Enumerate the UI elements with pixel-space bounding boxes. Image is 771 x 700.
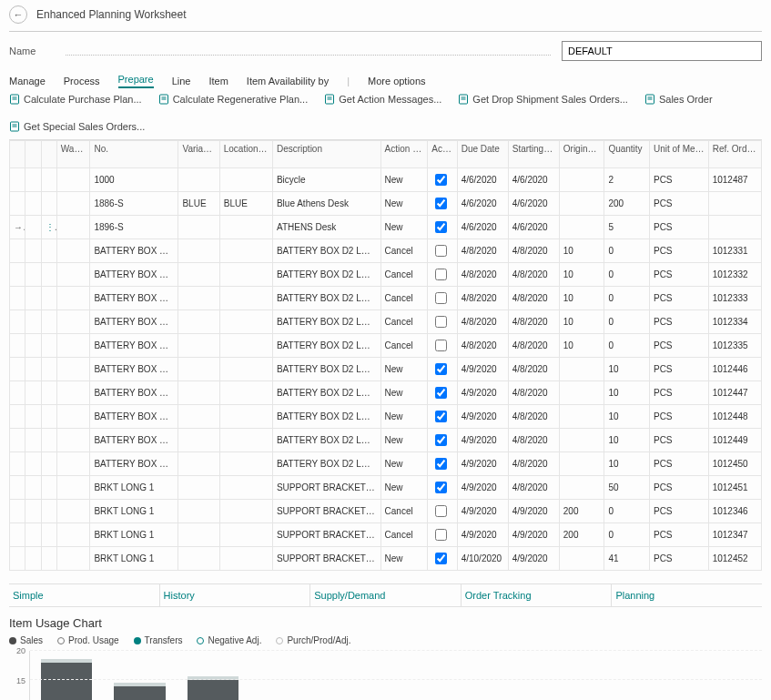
cell[interactable]: PCS (649, 168, 708, 192)
col-header[interactable]: Acc... Acti... Mes... (428, 141, 457, 168)
cell[interactable]: 1012451 (708, 476, 761, 500)
cell[interactable]: 50 (604, 476, 650, 500)
cell[interactable] (178, 358, 219, 381)
cell[interactable] (559, 476, 604, 500)
table-row[interactable]: BRKT LONG 1SUPPORT BRACKET LONGCancel4/9… (10, 500, 762, 523)
cell[interactable]: 4/9/2020 (457, 429, 508, 452)
table-row[interactable]: BRKT LONG 1SUPPORT BRACKET LONGCancel4/9… (10, 523, 762, 547)
cell[interactable]: 4/8/2020 (508, 334, 559, 358)
cell[interactable]: 4/10/2020 (457, 547, 508, 571)
cell[interactable]: New (380, 381, 428, 405)
cell[interactable]: ATHENS Desk (272, 216, 380, 239)
cell[interactable]: 1012346 (708, 500, 761, 523)
cell[interactable]: 1012448 (708, 405, 761, 429)
cell[interactable]: Cancel (380, 334, 428, 358)
accept-action-checkbox[interactable] (428, 500, 457, 523)
cell[interactable] (559, 216, 604, 239)
cell[interactable]: PCS (649, 216, 708, 239)
legend-item[interactable]: Negative Adj. (197, 635, 261, 645)
menu-more-options[interactable]: More options (368, 76, 426, 86)
cell[interactable]: BATTERY BOX D2 LH AL (90, 287, 178, 310)
cell[interactable] (178, 334, 219, 358)
cell[interactable]: BATTERY BOX D2 LH AL (272, 452, 380, 476)
col-header[interactable]: Unit of Measure Code (649, 141, 708, 168)
cell[interactable]: Cancel (380, 523, 428, 547)
accept-action-checkbox[interactable] (428, 216, 457, 239)
accept-action-checkbox[interactable] (428, 358, 457, 381)
cell[interactable] (219, 523, 272, 547)
cell[interactable] (219, 168, 272, 192)
cell[interactable]: 4/8/2020 (457, 334, 508, 358)
cell[interactable]: 10 (604, 405, 650, 429)
chart-tab-simple[interactable]: Simple (9, 583, 159, 606)
cell[interactable]: BLUE (219, 192, 272, 216)
cell[interactable]: 200 (559, 523, 604, 547)
menu-item-line[interactable]: Line (172, 76, 191, 86)
table-row[interactable]: BRKT LONG 1SUPPORT BRACKET LONGNew4/9/20… (10, 476, 762, 500)
cell[interactable]: 10 (559, 287, 604, 310)
cell[interactable] (178, 310, 219, 334)
bar[interactable] (469, 651, 542, 700)
legend-item[interactable]: Sales (9, 635, 43, 645)
cell[interactable]: BATTERY BOX D2 LH AL (272, 263, 380, 287)
cell[interactable]: 1012347 (708, 523, 761, 547)
cell[interactable]: New (380, 216, 428, 239)
cell[interactable]: 4/9/2020 (457, 405, 508, 429)
cell[interactable] (559, 168, 604, 192)
table-row[interactable]: 1000BicycleNew4/6/20204/6/20202PCS101248… (10, 168, 762, 192)
table-row[interactable]: BATTERY BOX D2 LH ALBATTERY BOX D2 LH AL… (10, 452, 762, 476)
cell[interactable]: BATTERY BOX D2 LH AL (90, 452, 178, 476)
table-row[interactable]: BATTERY BOX D2 LH ALBATTERY BOX D2 LH AL… (10, 263, 762, 287)
cell[interactable]: 4/8/2020 (457, 239, 508, 263)
cell[interactable]: 4/8/2020 (508, 381, 559, 405)
cell[interactable]: PCS (649, 452, 708, 476)
cell[interactable]: New (380, 405, 428, 429)
planning-grid[interactable]: Warn...No.Variant CodeLocation CodeDescr… (9, 140, 762, 571)
cell[interactable]: New (380, 168, 428, 192)
cell[interactable]: 0 (604, 239, 650, 263)
menu-item-manage[interactable]: Manage (9, 76, 46, 86)
table-row[interactable]: BATTERY BOX D2 LH ALBATTERY BOX D2 LH AL… (10, 310, 762, 334)
action-get-special-sales-orders-[interactable]: Get Special Sales Orders... (9, 121, 145, 132)
cell[interactable]: 4/8/2020 (457, 310, 508, 334)
cell[interactable]: Cancel (380, 239, 428, 263)
cell[interactable] (219, 358, 272, 381)
accept-action-checkbox[interactable] (428, 523, 457, 547)
cell[interactable]: PCS (649, 239, 708, 263)
cell[interactable]: BLUE (178, 192, 219, 216)
cell[interactable]: PCS (649, 310, 708, 334)
menu-item-prepare[interactable]: Prepare (118, 74, 154, 88)
cell[interactable] (178, 523, 219, 547)
cell[interactable]: BATTERY BOX D2 LH AL (90, 334, 178, 358)
cell[interactable] (178, 429, 219, 452)
accept-action-checkbox[interactable] (428, 168, 457, 192)
cell[interactable]: 4/6/2020 (508, 168, 559, 192)
cell[interactable]: 41 (604, 547, 650, 571)
cell[interactable] (178, 476, 219, 500)
cell[interactable] (178, 239, 219, 263)
cell[interactable]: 4/9/2020 (457, 452, 508, 476)
menu-item-item[interactable]: Item (208, 76, 228, 86)
col-header[interactable]: Action Message (380, 141, 428, 168)
cell[interactable]: 4/8/2020 (508, 405, 559, 429)
cell[interactable]: Cancel (380, 500, 428, 523)
bar[interactable] (543, 651, 615, 700)
table-row[interactable]: BATTERY BOX D2 LH ALBATTERY BOX D2 LH AL… (10, 405, 762, 429)
cell[interactable]: 1012447 (708, 381, 761, 405)
cell[interactable] (219, 429, 272, 452)
cell[interactable]: BATTERY BOX D2 LH AL (90, 405, 178, 429)
chart-tab-supply-demand[interactable]: Supply/Demand (309, 583, 461, 606)
cell[interactable]: BATTERY BOX D2 LH AL (272, 239, 380, 263)
cell[interactable]: 4/9/2020 (457, 523, 508, 547)
accept-action-checkbox[interactable] (428, 263, 457, 287)
accept-action-checkbox[interactable] (428, 310, 457, 334)
col-header[interactable]: Warn... (56, 141, 90, 168)
col-header[interactable]: Original Quantity (559, 141, 604, 168)
menu-item-process[interactable]: Process (64, 76, 100, 86)
action-get-drop-shipment-sales-orders-[interactable]: Get Drop Shipment Sales Orders... (458, 94, 628, 105)
cell[interactable]: 1896-S (90, 216, 178, 239)
cell[interactable]: BRKT LONG 1 (90, 476, 178, 500)
action-calculate-purchase-plan-[interactable]: Calculate Purchase Plan... (9, 94, 142, 105)
row-menu-icon[interactable]: ⋮ (46, 222, 57, 232)
cell[interactable]: PCS (649, 287, 708, 310)
